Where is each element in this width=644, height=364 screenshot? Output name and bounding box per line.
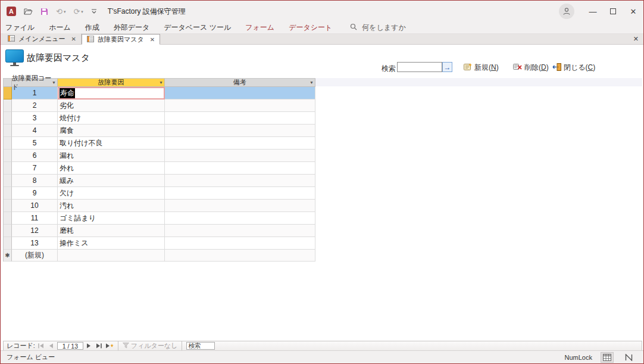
next-record-icon[interactable] [85, 342, 93, 350]
cell-cause[interactable]: 焼付け [58, 112, 165, 125]
cell-cause[interactable]: 寿命 [58, 87, 165, 99]
row-selector[interactable] [4, 237, 12, 250]
tab-close-icon[interactable]: ✕ [150, 36, 155, 43]
cell-code[interactable]: 12 [12, 225, 58, 237]
record-search-input[interactable] [186, 342, 215, 350]
cell-cause[interactable]: 漏れ [58, 150, 165, 162]
cell-cause[interactable]: 操作ミス [58, 237, 165, 250]
chevron-down-icon[interactable]: ▼ [310, 80, 314, 85]
cell-note[interactable] [165, 187, 315, 200]
cell-note[interactable] [165, 112, 315, 125]
column-header-cause[interactable]: 故障要因▼ [58, 79, 165, 87]
search-go-button[interactable]: → [442, 62, 452, 72]
tab-database-tools[interactable]: データベース ツール [164, 23, 231, 33]
cell-cause[interactable]: ゴミ詰まり [58, 212, 165, 225]
cell-code[interactable]: 7 [12, 162, 58, 175]
maximize-button[interactable] [603, 1, 623, 22]
cell-code[interactable]: 4 [12, 125, 58, 137]
cell-cause[interactable]: 欠け [58, 187, 165, 200]
cell-cause[interactable]: 緩み [58, 175, 165, 187]
row-selector[interactable] [4, 187, 12, 200]
cell-cause[interactable]: 劣化 [58, 99, 165, 112]
cell-code[interactable]: 6 [12, 150, 58, 162]
cell-code[interactable]: 5 [12, 137, 58, 150]
cell-note[interactable] [165, 162, 315, 175]
cell-note[interactable] [165, 250, 315, 262]
row-selector[interactable] [4, 137, 12, 150]
cell-code[interactable]: (新規) [12, 250, 58, 262]
delete-record-button[interactable]: 削除(D) [513, 63, 549, 73]
row-selector[interactable] [4, 112, 12, 125]
row-selector[interactable] [4, 150, 12, 162]
design-view-icon[interactable] [622, 352, 635, 363]
row-selector[interactable] [4, 162, 12, 175]
tab-form-contextual[interactable]: フォーム [245, 23, 274, 33]
new-record-icon[interactable] [105, 342, 114, 350]
header-search-input[interactable] [397, 62, 442, 72]
cell-note[interactable] [165, 125, 315, 137]
new-record-button[interactable]: 新規(N) [464, 63, 499, 73]
open-folder-icon[interactable] [24, 8, 33, 15]
account-icon[interactable] [559, 4, 574, 19]
row-selector[interactable] [4, 175, 12, 187]
cell-code[interactable]: 10 [12, 200, 58, 212]
column-header-code[interactable]: 故障要因コード▼ [12, 79, 58, 87]
row-selector[interactable]: ✱ [4, 250, 12, 262]
cell-cause[interactable] [58, 250, 165, 262]
cell-code[interactable]: 11 [12, 212, 58, 225]
cell-code[interactable]: 3 [12, 112, 58, 125]
tab-datasheet-contextual[interactable]: データシート [289, 23, 332, 33]
select-all-corner[interactable] [4, 79, 12, 87]
cell-cause[interactable]: 磨耗 [58, 225, 165, 237]
cell-cause[interactable]: 汚れ [58, 200, 165, 212]
table-body: 1 寿命 2 劣化 3 焼付け 4 腐食 5 取り付け不良 6 漏れ 7 外れ … [4, 87, 315, 262]
last-record-icon[interactable] [95, 342, 104, 350]
cell-code[interactable]: 13 [12, 237, 58, 250]
chevron-down-icon[interactable]: ▼ [159, 80, 163, 85]
tab-file[interactable]: ファイル [5, 23, 35, 33]
ribbon-tab-row: ファイル ホーム 作成 外部データ データベース ツール フォーム データシート… [1, 22, 643, 34]
cell-cause[interactable]: 取り付け不良 [58, 137, 165, 150]
doc-tab-failure-cause-master[interactable]: 故障要因マスタ ✕ [82, 34, 160, 45]
row-selector[interactable] [4, 200, 12, 212]
datasheet-view-icon[interactable] [601, 352, 614, 363]
tab-home[interactable]: ホーム [49, 23, 71, 33]
record-position-box[interactable]: 1 / 13 [57, 342, 83, 350]
tab-create[interactable]: 作成 [85, 23, 99, 33]
cell-code[interactable]: 2 [12, 99, 58, 112]
row-selector[interactable] [4, 125, 12, 137]
close-form-button[interactable]: 閉じる(C) [552, 63, 595, 73]
cell-code[interactable]: 9 [12, 187, 58, 200]
save-icon[interactable] [40, 8, 48, 15]
cell-note[interactable] [165, 99, 315, 112]
close-door-icon [552, 63, 561, 73]
chevron-down-icon[interactable]: ▼ [52, 80, 56, 85]
close-tab-group-icon[interactable]: ✕ [633, 35, 639, 43]
cell-note[interactable] [165, 237, 315, 250]
table-row: 13 操作ミス [4, 237, 315, 250]
row-selector[interactable] [4, 225, 12, 237]
cell-note[interactable] [165, 150, 315, 162]
cell-cause[interactable]: 外れ [58, 162, 165, 175]
row-selector[interactable] [4, 99, 12, 112]
cell-note[interactable] [165, 225, 315, 237]
tab-external-data[interactable]: 外部データ [114, 23, 150, 33]
cell-note[interactable] [165, 87, 315, 99]
cell-code[interactable]: 8 [12, 175, 58, 187]
column-header-note[interactable]: 備考▼ [165, 79, 315, 87]
cell-note[interactable] [165, 137, 315, 150]
minimize-button[interactable]: — [583, 1, 603, 22]
previous-record-icon[interactable] [47, 342, 55, 350]
close-button[interactable]: ✕ [623, 1, 643, 22]
cell-note[interactable] [165, 212, 315, 225]
tab-close-icon[interactable]: ✕ [71, 36, 76, 42]
cell-note[interactable] [165, 175, 315, 187]
tell-me-search[interactable]: 何をしますか [350, 23, 405, 33]
customize-quick-access-icon[interactable] [91, 9, 97, 14]
cell-note[interactable] [165, 200, 315, 212]
cell-cause[interactable]: 腐食 [58, 125, 165, 137]
row-selector[interactable] [4, 212, 12, 225]
doc-tab-main-menu[interactable]: メインメニュー ✕ [3, 33, 82, 44]
first-record-icon[interactable] [37, 342, 45, 350]
row-selector[interactable] [4, 87, 12, 99]
